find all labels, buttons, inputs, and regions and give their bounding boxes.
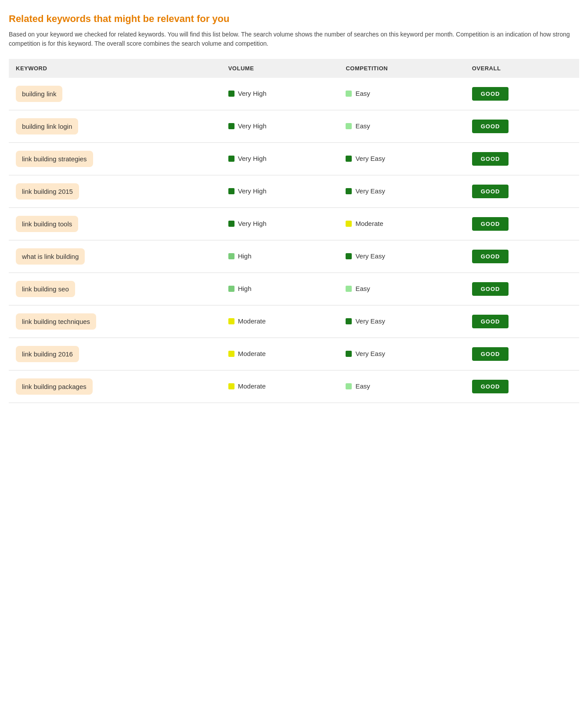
volume-dot-moderate [228, 351, 234, 357]
col-competition: COMPETITION [339, 59, 465, 78]
overall-cell: GOOD [465, 338, 579, 371]
keyword-cell[interactable]: link building 2015 [9, 175, 221, 208]
volume-label: Very High [238, 122, 267, 130]
volume-dot-very-high [228, 91, 234, 97]
page-description: Based on your keyword we checked for rel… [9, 30, 579, 48]
competition-dot-easy [346, 383, 352, 389]
competition-cell: Very Easy [339, 143, 465, 175]
volume-dot-moderate [228, 318, 234, 324]
table-row: link building 2015Very HighVery EasyGOOD [9, 175, 579, 208]
volume-label: Very High [238, 220, 267, 227]
volume-dot-high [228, 286, 234, 292]
overall-badge: GOOD [472, 120, 509, 133]
volume-cell: Very High [221, 78, 339, 110]
volume-cell: Very High [221, 208, 339, 240]
keyword-cell[interactable]: link building tools [9, 208, 221, 240]
volume-cell: Moderate [221, 338, 339, 371]
keywords-table: KEYWORD VOLUME COMPETITION OVERALL build… [9, 59, 579, 403]
volume-cell: High [221, 273, 339, 305]
volume-dot-very-high [228, 221, 234, 227]
overall-cell: GOOD [465, 305, 579, 338]
keyword-badge: link building seo [16, 281, 75, 297]
keyword-cell[interactable]: link building strategies [9, 143, 221, 175]
volume-cell: Very High [221, 143, 339, 175]
volume-label: Very High [238, 155, 267, 162]
competition-cell: Moderate [339, 208, 465, 240]
overall-cell: GOOD [465, 240, 579, 273]
volume-dot-very-high [228, 156, 234, 162]
competition-label: Very Easy [355, 252, 385, 260]
col-overall: OVERALL [465, 59, 579, 78]
volume-label: Very High [238, 90, 267, 97]
competition-cell: Easy [339, 110, 465, 143]
table-row: link building seoHighEasyGOOD [9, 273, 579, 305]
keyword-badge: link building tools [16, 216, 78, 232]
volume-label: High [238, 252, 252, 260]
volume-label: Very High [238, 187, 267, 195]
overall-badge: GOOD [472, 152, 509, 166]
competition-cell: Very Easy [339, 338, 465, 371]
volume-cell: Very High [221, 110, 339, 143]
overall-cell: GOOD [465, 143, 579, 175]
overall-badge: GOOD [472, 250, 509, 263]
competition-dot-very-easy [346, 156, 352, 162]
keyword-cell[interactable]: link building techniques [9, 305, 221, 338]
competition-dot-very-easy [346, 318, 352, 324]
volume-cell: Moderate [221, 305, 339, 338]
overall-badge: GOOD [472, 87, 509, 101]
table-row: link building 2016ModerateVery EasyGOOD [9, 338, 579, 371]
competition-dot-moderate [346, 221, 352, 227]
volume-label: Moderate [238, 317, 266, 325]
keyword-cell[interactable]: link building seo [9, 273, 221, 305]
keyword-badge: link building strategies [16, 151, 93, 167]
competition-cell: Easy [339, 273, 465, 305]
volume-label: High [238, 285, 252, 292]
competition-label: Easy [355, 90, 370, 97]
keyword-cell[interactable]: building link [9, 78, 221, 110]
overall-cell: GOOD [465, 110, 579, 143]
table-row: what is link buildingHighVery EasyGOOD [9, 240, 579, 273]
competition-cell: Very Easy [339, 305, 465, 338]
competition-dot-very-easy [346, 188, 352, 194]
keyword-cell[interactable]: building link login [9, 110, 221, 143]
volume-dot-very-high [228, 123, 234, 129]
table-row: link building packagesModerateEasyGOOD [9, 371, 579, 403]
table-row: building link loginVery HighEasyGOOD [9, 110, 579, 143]
keyword-badge: link building packages [16, 378, 93, 395]
competition-cell: Easy [339, 78, 465, 110]
volume-cell: Moderate [221, 371, 339, 403]
keyword-badge: building link login [16, 118, 78, 134]
overall-cell: GOOD [465, 175, 579, 208]
volume-dot-high [228, 253, 234, 259]
col-keyword: KEYWORD [9, 59, 221, 78]
competition-label: Moderate [355, 220, 383, 227]
keyword-cell[interactable]: link building 2016 [9, 338, 221, 371]
volume-label: Moderate [238, 350, 266, 357]
overall-badge: GOOD [472, 380, 509, 393]
overall-badge: GOOD [472, 347, 509, 361]
competition-cell: Very Easy [339, 175, 465, 208]
overall-badge: GOOD [472, 315, 509, 328]
overall-badge: GOOD [472, 217, 509, 231]
keyword-badge: link building 2016 [16, 346, 79, 362]
volume-dot-very-high [228, 188, 234, 194]
page-title: Related keywords that might be relevant … [9, 13, 579, 25]
competition-label: Easy [355, 122, 370, 130]
overall-cell: GOOD [465, 273, 579, 305]
keyword-badge: link building 2015 [16, 183, 79, 200]
competition-label: Easy [355, 285, 370, 292]
table-row: link building techniquesModerateVery Eas… [9, 305, 579, 338]
keyword-badge: what is link building [16, 248, 85, 265]
volume-cell: Very High [221, 175, 339, 208]
volume-cell: High [221, 240, 339, 273]
volume-label: Moderate [238, 382, 266, 390]
volume-dot-moderate [228, 383, 234, 389]
overall-cell: GOOD [465, 208, 579, 240]
table-row: link building strategiesVery HighVery Ea… [9, 143, 579, 175]
keyword-cell[interactable]: what is link building [9, 240, 221, 273]
competition-cell: Easy [339, 371, 465, 403]
competition-label: Very Easy [355, 317, 385, 325]
competition-cell: Very Easy [339, 240, 465, 273]
keyword-cell[interactable]: link building packages [9, 371, 221, 403]
competition-dot-very-easy [346, 253, 352, 259]
